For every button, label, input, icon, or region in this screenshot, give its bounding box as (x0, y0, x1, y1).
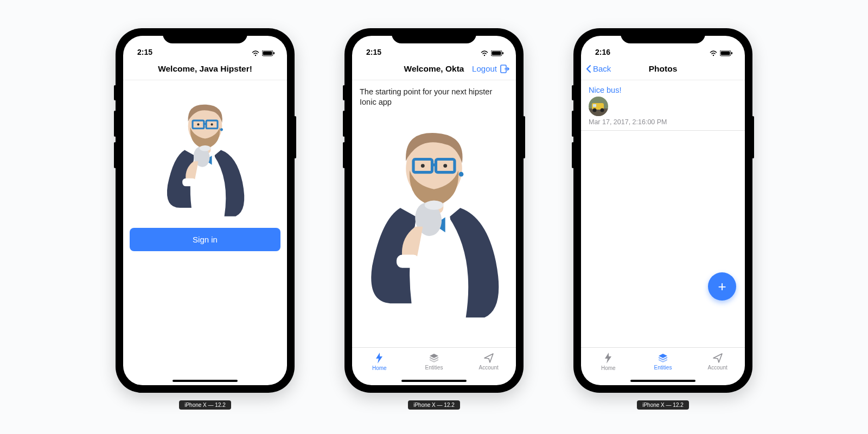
page-title: Welcome, Okta (404, 64, 464, 74)
status-bar: 2:16 (581, 36, 745, 58)
svg-point-21 (601, 108, 604, 112)
screen-photos: 2:16 Back Photos Nice bus! (581, 36, 745, 385)
content: The starting point for your next hipster… (352, 80, 516, 347)
tab-account[interactable]: Account (461, 348, 516, 375)
device-label: iPhone X — 12.2 (408, 400, 460, 410)
logout-label: Logout (472, 64, 497, 73)
tab-label: Home (601, 365, 616, 371)
nav-bar: Back Photos (581, 58, 745, 80)
tab-entities[interactable]: Entities (407, 348, 462, 375)
layers-icon (658, 353, 668, 363)
item-title: Nice bus! (589, 86, 737, 94)
tab-account[interactable]: Account (690, 348, 745, 375)
nav-bar: Welcome, Okta Logout (352, 58, 516, 80)
add-button[interactable]: + (708, 272, 736, 301)
tab-label: Home (372, 365, 387, 371)
svg-rect-18 (589, 108, 608, 116)
tab-label: Account (708, 365, 727, 371)
layers-icon (429, 353, 439, 363)
wifi-icon (481, 50, 488, 56)
home-indicator[interactable] (401, 380, 467, 382)
tab-label: Entities (654, 365, 672, 371)
screen-home: 2:15 Welcome, Okta Logout The starting p… (352, 36, 516, 385)
tab-entities[interactable]: Entities (636, 348, 691, 375)
svg-point-20 (593, 108, 597, 112)
tab-home[interactable]: Home (352, 348, 407, 375)
plane-icon (483, 353, 494, 363)
wifi-icon (252, 50, 259, 56)
battery-icon (720, 50, 733, 56)
signin-button[interactable]: Sign in (130, 228, 280, 251)
status-time: 2:16 (595, 48, 610, 56)
status-bar: 2:15 (352, 36, 516, 58)
status-bar: 2:15 (123, 36, 287, 58)
phone-frame: 2:15 Welcome, Okta Logout The starting p… (344, 28, 524, 393)
logout-icon (500, 65, 509, 73)
nav-bar: Welcome, Java Hipster! (123, 58, 287, 80)
device-2: 2:15 Welcome, Okta Logout The starting p… (344, 28, 524, 434)
status-time: 2:15 (366, 48, 381, 56)
item-thumbnail (589, 97, 608, 116)
screen-welcome: 2:15 Welcome, Java Hipster! Sign in (123, 36, 287, 385)
content: Sign in (123, 80, 287, 385)
battery-icon (491, 50, 504, 56)
chevron-left-icon (585, 65, 592, 73)
tab-label: Entities (425, 365, 443, 371)
phone-frame: 2:16 Back Photos Nice bus! (573, 28, 752, 393)
back-label: Back (593, 64, 611, 73)
device-3: 2:16 Back Photos Nice bus! (573, 28, 752, 434)
plus-icon: + (718, 278, 726, 295)
list-item[interactable]: Nice bus! Mar 17, 2017, 2:16:00 PM (581, 80, 745, 131)
phone-frame: 2:15 Welcome, Java Hipster! Sign in (116, 28, 295, 393)
svg-rect-22 (593, 104, 596, 107)
device-1: 2:15 Welcome, Java Hipster! Sign in iPho… (116, 28, 295, 434)
logout-button[interactable]: Logout (472, 64, 509, 73)
back-button[interactable]: Back (585, 64, 611, 73)
hipster-illustration (355, 111, 513, 328)
hipster-illustration (151, 94, 259, 219)
home-indicator[interactable] (173, 380, 238, 382)
content: Nice bus! Mar 17, 2017, 2:16:00 PM (581, 80, 745, 347)
battery-icon (262, 50, 275, 56)
item-timestamp: Mar 17, 2017, 2:16:00 PM (589, 118, 737, 126)
wifi-icon (710, 50, 717, 56)
home-indicator[interactable] (630, 380, 695, 382)
tab-home[interactable]: Home (581, 348, 636, 375)
bolt-icon (374, 352, 385, 364)
plane-icon (712, 353, 723, 363)
device-label: iPhone X — 12.2 (179, 400, 231, 410)
page-title: Welcome, Java Hipster! (158, 64, 252, 74)
bolt-icon (603, 352, 614, 364)
status-time: 2:15 (137, 48, 152, 56)
subtitle: The starting point for your next hipster… (352, 80, 516, 107)
device-label: iPhone X — 12.2 (637, 400, 689, 410)
tab-label: Account (479, 365, 499, 371)
page-title: Photos (649, 64, 678, 74)
